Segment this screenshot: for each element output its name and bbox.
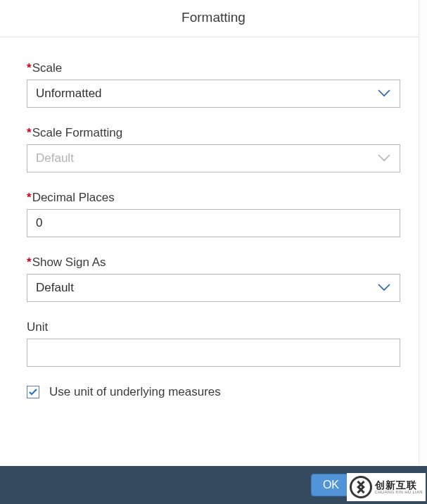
logo-en: CHUANG XIN HU LIAN xyxy=(375,490,423,494)
ok-button[interactable]: OK xyxy=(311,474,351,496)
required-mark: * xyxy=(27,61,32,75)
right-edge-strip xyxy=(419,0,427,465)
dialog-title: Formatting xyxy=(0,10,427,25)
use-unit-checkbox[interactable] xyxy=(27,386,39,398)
unit-input[interactable] xyxy=(27,339,400,367)
dialog-header: Formatting xyxy=(0,0,427,37)
decimal-places-label: *Decimal Places xyxy=(27,191,400,205)
watermark-logo: 创新互联 CHUANG XIN HU LIAN xyxy=(347,473,426,501)
scale-label: *Scale xyxy=(27,61,400,75)
required-mark: * xyxy=(27,126,32,139)
required-mark: * xyxy=(27,256,32,269)
show-sign-field: *Show Sign As Default xyxy=(27,256,400,302)
required-mark: * xyxy=(27,191,32,204)
scale-select[interactable]: Unformatted xyxy=(27,80,400,108)
scale-formatting-label: *Scale Formatting xyxy=(27,126,400,140)
unit-label: Unit xyxy=(27,320,400,334)
unit-field: Unit xyxy=(27,320,400,367)
scale-formatting-field: *Scale Formatting Default xyxy=(27,126,400,172)
scale-formatting-select: Default xyxy=(27,144,400,172)
use-unit-row: Use unit of underlying measures xyxy=(27,385,400,399)
logo-icon xyxy=(350,476,372,498)
decimal-places-field: *Decimal Places xyxy=(27,191,400,237)
decimal-places-input[interactable] xyxy=(27,209,400,237)
scale-formatting-select-button: Default xyxy=(27,144,400,172)
logo-text: 创新互联 CHUANG XIN HU LIAN xyxy=(375,480,423,494)
logo-cn: 创新互联 xyxy=(375,480,423,490)
show-sign-select[interactable]: Default xyxy=(27,274,400,302)
use-unit-label: Use unit of underlying measures xyxy=(49,385,221,399)
formatting-dialog: Formatting *Scale Unformatted *Scale For… xyxy=(0,0,427,504)
show-sign-select-button[interactable]: Default xyxy=(27,274,400,302)
dialog-content: *Scale Unformatted *Scale Formatting Def… xyxy=(0,37,427,466)
scale-select-button[interactable]: Unformatted xyxy=(27,80,400,108)
show-sign-label: *Show Sign As xyxy=(27,256,400,270)
scale-field: *Scale Unformatted xyxy=(27,61,400,108)
